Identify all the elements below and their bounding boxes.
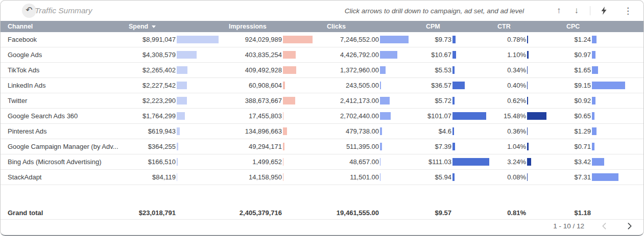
lightning-icon[interactable] — [599, 7, 609, 15]
ctr-bar — [527, 36, 528, 43]
spend-bar-track — [176, 109, 225, 123]
drill-undo-button[interactable]: ↶ — [22, 4, 36, 18]
cpc-value: $0.97 — [562, 51, 591, 59]
table-row[interactable]: Google Search Ads 360$1,764,29917,455,80… — [1, 109, 643, 124]
cpc-bar-track — [591, 63, 634, 77]
impressions-bar-track — [282, 32, 323, 47]
impressions-bar — [283, 127, 287, 135]
cpc-bar-track — [591, 109, 634, 123]
ctr-value: 0.34% — [493, 66, 526, 74]
impressions-cell: 14,158,950 — [225, 170, 323, 185]
spend-bar — [177, 158, 178, 166]
page-title: Traffic Summary — [35, 6, 92, 15]
column-header-ctr[interactable]: CTR — [493, 23, 562, 30]
cpm-cell: $7.39 — [422, 139, 493, 154]
impressions-bar — [283, 173, 283, 181]
grand-total-spend: $23,018,791 — [125, 209, 176, 217]
channel-cell: Twitter — [1, 93, 125, 108]
clicks-value: 2,412,173.00 — [323, 97, 379, 104]
ctr-bar — [527, 97, 528, 104]
clicks-cell: 479,738.00 — [323, 124, 422, 139]
impressions-value: 403,835,254 — [225, 51, 282, 59]
impressions-value: 924,029,989 — [225, 36, 282, 43]
clicks-value: 1,372,960.00 — [323, 66, 379, 74]
more-menu-icon[interactable]: ⋮ — [621, 6, 635, 16]
spend-bar-track — [176, 170, 225, 185]
spend-value: $166,510 — [125, 158, 176, 166]
next-page-button[interactable] — [623, 221, 636, 231]
impressions-value: 388,673,667 — [225, 97, 282, 104]
channel-cell: Pinterest Ads — [1, 124, 125, 139]
title-wrap: ↶ Traffic Summary — [22, 4, 92, 18]
cpc-bar — [592, 36, 597, 43]
cpc-bar — [592, 66, 598, 74]
column-header-cpc[interactable]: CPC — [562, 23, 634, 30]
table-row[interactable]: Pinterest Ads$619,943134,896,663479,738.… — [1, 124, 643, 139]
cpm-bar-track — [451, 139, 493, 154]
impressions-bar — [283, 66, 296, 74]
grand-total-row: Grand total $23,018,791 2,405,379,716 19… — [1, 206, 643, 220]
ctr-cell: 0.40% — [493, 78, 562, 93]
impressions-bar-track — [282, 154, 323, 169]
clicks-bar-track — [379, 93, 422, 108]
cpm-value: $5.94 — [422, 173, 451, 181]
ctr-value: 3.24% — [493, 158, 526, 166]
cpc-value: $0.65 — [562, 112, 591, 120]
cpm-value: $5.72 — [422, 97, 451, 104]
grand-total-cpm: $9.57 — [422, 209, 451, 217]
ctr-cell: 3.24% — [493, 154, 562, 169]
column-header-channel[interactable]: Channel — [1, 23, 125, 30]
channel-cell: StackAdapt — [1, 170, 125, 185]
table-row[interactable]: LinkedIn Ads$2,227,54260,908,604243,505.… — [1, 78, 643, 93]
cpm-bar — [452, 51, 456, 59]
table-row[interactable]: Bing Ads (Microsoft Advertising)$166,510… — [1, 154, 643, 170]
table-row[interactable]: StackAdapt$84,11914,158,95011,501.00$5.9… — [1, 170, 643, 185]
ctr-bar-track — [526, 78, 562, 93]
toolbar-right: Click arrows to drill down to campaign, … — [345, 6, 635, 16]
cpc-bar — [592, 158, 604, 166]
pagination-label: 1 - 10 / 12 — [553, 222, 584, 230]
channel-cell: TikTok Ads — [1, 63, 125, 77]
spend-value: $84,119 — [125, 173, 176, 181]
cpc-value: $1.29 — [562, 127, 591, 135]
clicks-cell: 2,412,173.00 — [323, 93, 422, 108]
grand-total-label: Grand total — [1, 206, 125, 219]
column-header-spend[interactable]: Spend — [125, 23, 225, 30]
impressions-cell: 924,029,989 — [225, 32, 323, 47]
spend-value: $2,227,542 — [125, 82, 176, 89]
drill-up-icon[interactable]: ↑ — [554, 6, 564, 16]
spend-bar — [177, 51, 197, 59]
clicks-bar-track — [379, 32, 422, 47]
column-header-label: CTR — [497, 23, 511, 30]
clicks-value: 4,426,792.00 — [323, 51, 379, 59]
drill-down-icon[interactable]: ↓ — [571, 6, 582, 16]
cpc-bar-track — [591, 32, 634, 47]
table-row[interactable]: TikTok Ads$2,265,402409,492,9281,372,960… — [1, 63, 643, 78]
clicks-value: 48,657.00 — [323, 158, 379, 166]
cpc-bar-track — [591, 93, 634, 108]
impressions-bar — [283, 158, 283, 166]
channel-cell: Google Campaign Manager (by Adv... — [1, 139, 125, 154]
table-row[interactable]: Google Ads$4,308,579403,835,2544,426,792… — [1, 47, 643, 63]
cpc-cell: $1.24 — [562, 32, 634, 47]
ctr-value: 0.08% — [493, 173, 526, 181]
column-header-label: Spend — [129, 23, 148, 30]
clicks-cell: 511,395.00 — [323, 139, 422, 154]
ctr-cell: 0.62% — [493, 93, 562, 108]
table-row[interactable]: Twitter$2,223,290388,673,6672,412,173.00… — [1, 93, 643, 109]
cpm-bar-track — [451, 109, 493, 123]
column-header-label: CPC — [566, 23, 580, 30]
cpm-bar-track — [451, 63, 493, 77]
table-row[interactable]: Facebook$8,991,047924,029,9897,246,552.0… — [1, 32, 643, 47]
clicks-bar-track — [379, 63, 422, 77]
column-header-clicks[interactable]: Clicks — [323, 23, 422, 30]
column-header-impressions[interactable]: Impressions — [225, 23, 323, 30]
column-header-cpm[interactable]: CPM — [422, 23, 493, 30]
impressions-cell: 1,499,652 — [225, 154, 323, 169]
cpc-cell: $1.65 — [562, 63, 634, 77]
column-header-label: Channel — [8, 23, 33, 30]
prev-page-button[interactable] — [598, 221, 611, 231]
ctr-bar — [527, 51, 529, 59]
column-header-label: CPM — [426, 23, 440, 30]
table-row[interactable]: Google Campaign Manager (by Adv...$364,2… — [1, 139, 643, 154]
